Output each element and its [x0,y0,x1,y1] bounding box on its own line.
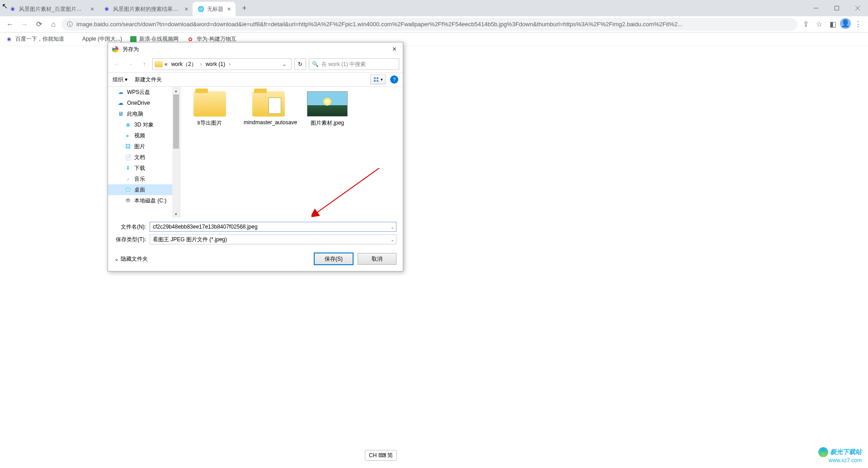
filename-row: 文件名(N): cf2c29b48ebb83ee17e13b8407f02568… [114,220,396,233]
dialog-back-button[interactable]: ← [112,59,123,70]
breadcrumb-part-2[interactable]: work (1) [204,61,227,67]
disk-icon: ⛃ [124,197,132,204]
watermark-line1: 极光下载站 [818,447,862,457]
chrome-menu-icon[interactable]: ⋮ [852,18,864,31]
dialog-up-button[interactable]: ↑ [139,59,150,70]
watermark-line2: www.xz7.com [818,457,862,463]
new-folder-button[interactable]: 新建文件夹 [135,76,162,84]
dialog-forward-button[interactable]: → [125,59,136,70]
file-label: 图片素材.jpeg [302,119,352,127]
savetype-row: 保存类型(T): 看图王 JPEG 图片文件 (*.jpeg) ⌄ [114,233,396,246]
tree-item-docs[interactable]: 📄文档 [108,152,180,163]
filename-input[interactable]: cf2c29b48ebb83ee17e13b8407f02568.jpeg ⌄ [150,222,396,232]
window-close-button[interactable] [847,0,868,16]
reload-button[interactable]: ⟳ [33,18,45,31]
dialog-search-input[interactable]: 🔍 在 work (1) 中搜索 [309,58,399,70]
dialog-title: 另存为 [123,46,139,53]
ime-indicator[interactable]: CH ⌨ 简 [365,450,397,461]
back-button[interactable]: ← [4,18,16,31]
folder-icon [155,61,163,67]
scroll-down-icon[interactable]: ▾ [172,210,180,218]
view-options-button[interactable]: ▾ [370,75,386,84]
tree-item-pictures[interactable]: 🖼图片 [108,141,180,152]
savetype-select[interactable]: 看图王 JPEG 图片文件 (*.jpeg) ⌄ [150,234,396,244]
scroll-up-icon[interactable]: ▴ [172,87,180,94]
dialog-footer: ⌄ 隐藏文件夹 保存(S) 取消 [108,248,403,271]
address-bar[interactable]: ⓘ image.baidu.com/search/down?tn=downloa… [61,18,797,31]
file-item-image-1[interactable]: 图片素材.jpeg [302,91,352,127]
globe-favicon-icon: 🌐 [197,5,204,13]
dialog-titlebar: 另存为 × [108,42,403,56]
save-button[interactable]: 保存(S) [314,253,353,265]
tree-item-video[interactable]: ▸视频 [108,130,180,141]
home-button[interactable]: ⌂ [47,18,60,31]
side-panel-icon[interactable]: ◧ [826,18,839,31]
ime-text: CH ⌨ 简 [369,452,393,459]
baidu-icon: ❀ [5,36,13,43]
tree-item-music[interactable]: ♪音乐 [108,173,180,184]
svg-rect-8 [374,80,376,82]
tree-item-desktop[interactable]: 🖵桌面 [108,184,180,195]
baidu-favicon-icon: ❀ [9,5,16,13]
baidu-favicon-icon: ❀ [103,5,110,13]
3d-icon: ◉ [124,122,132,128]
svg-line-10 [316,168,379,213]
breadcrumb-part-1[interactable]: work（2） [170,61,198,68]
tree-item-disk-c[interactable]: ⛃本地磁盘 (C:) [108,195,180,206]
file-item-folder-2[interactable]: mindmaster_autosave [244,91,293,126]
bookmark-star-icon[interactable]: ☆ [813,18,826,31]
tab-2[interactable]: ❀ 风景图片素材的搜索结果_百度图 × [99,2,193,16]
tab-close-icon[interactable]: × [90,5,94,13]
browser-tabstrip: ❀ 风景图片素材_百度图片搜索 × ❀ 风景图片素材的搜索结果_百度图 × 🌐 … [0,0,868,16]
window-maximize-button[interactable] [826,0,847,16]
pictures-icon: 🖼 [124,143,132,150]
tree-item-3d[interactable]: ◉3D 对象 [108,119,180,130]
scroll-thumb[interactable] [173,94,179,149]
folder-icon [252,91,285,117]
tree-item-downloads[interactable]: ⬇下载 [108,163,180,173]
video-icon: ▸ [124,132,132,139]
profile-avatar-icon[interactable]: 👤 [840,18,851,29]
breadcrumb-dropdown-icon[interactable]: ⌄ [279,61,289,67]
downloads-icon: ⬇ [124,165,132,171]
dialog-refresh-button[interactable]: ↻ [294,58,306,70]
tab-close-icon[interactable]: × [184,5,188,13]
desktop-icon: 🖵 [124,187,132,193]
dialog-close-button[interactable]: × [390,45,399,53]
dialog-nav-row: ← → ↑ « work（2） › work (1) › ⌄ ↻ 🔍 在 wor… [108,56,403,72]
svg-rect-7 [377,77,378,79]
bookmark-1[interactable]: ❀ 百度一下，你就知道 [5,35,64,43]
tree-item-pc[interactable]: 🖥此电脑 [108,108,180,119]
tab-3-title: 无标题 [207,5,223,13]
tab-1[interactable]: ❀ 风景图片素材_百度图片搜索 × [5,2,99,16]
save-as-dialog: 另存为 × ← → ↑ « work（2） › work (1) › ⌄ ↻ 🔍… [108,42,403,271]
breadcrumb[interactable]: « work（2） › work (1) › ⌄ [152,58,292,70]
site-info-icon[interactable]: ⓘ [67,20,73,28]
apple-icon [72,36,80,43]
docs-icon: 📄 [124,154,132,160]
tab-3[interactable]: 🌐 无标题 × [193,2,235,16]
filename-dropdown-icon[interactable]: ⌄ [391,225,394,229]
share-icon[interactable]: ⇪ [799,18,812,31]
tree-item-wps[interactable]: ☁WPS云盘 [108,87,180,98]
onedrive-icon: ☁ [117,100,124,106]
organize-button[interactable]: 组织 ▾ [113,76,127,84]
folder-tree[interactable]: ☁WPS云盘 ☁OneDrive 🖥此电脑 ◉3D 对象 ▸视频 🖼图片 📄文档… [108,87,180,218]
window-minimize-button[interactable] [806,0,826,16]
chevron-right-icon: › [229,61,231,67]
file-item-folder-1[interactable]: lr导出图片 [185,91,235,127]
tree-item-onedrive[interactable]: ☁OneDrive [108,98,180,108]
help-button[interactable]: ? [390,75,398,84]
search-placeholder: 在 work (1) 中搜索 [321,61,366,68]
savetype-dropdown-icon[interactable]: ⌄ [391,237,394,242]
file-area[interactable]: lr导出图片 mindmaster_autosave 图片素材.jpeg [180,87,403,218]
new-tab-button[interactable]: + [238,2,251,14]
address-bar-row: ← → ⟳ ⌂ ⓘ image.baidu.com/search/down?tn… [0,16,868,33]
forward-button[interactable]: → [18,18,31,31]
tree-scrollbar[interactable]: ▴ ▾ [172,87,180,218]
url-text: image.baidu.com/search/down?tn=download&… [76,21,792,28]
cancel-button[interactable]: 取消 [358,253,396,265]
svg-rect-9 [377,80,378,82]
hide-folders-toggle[interactable]: ⌄ 隐藏文件夹 [114,255,148,263]
tab-close-icon[interactable]: × [227,5,231,13]
